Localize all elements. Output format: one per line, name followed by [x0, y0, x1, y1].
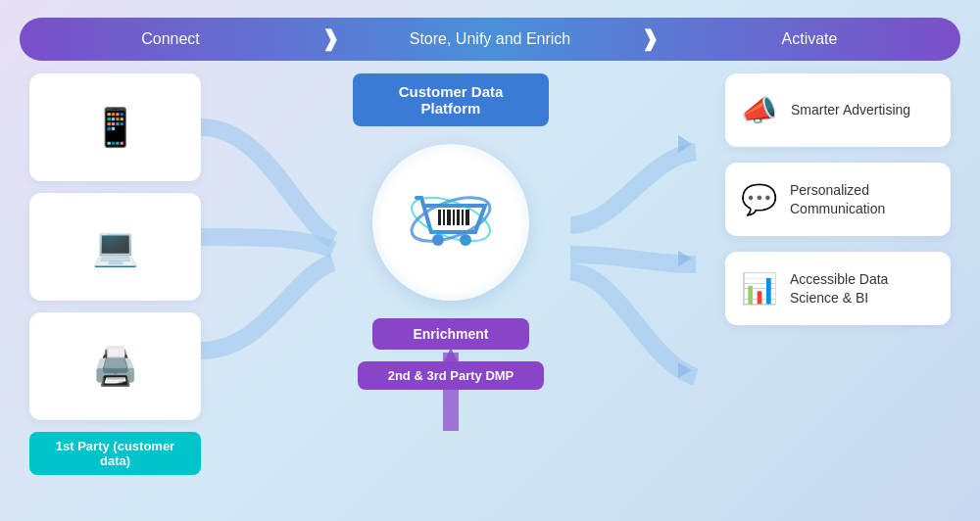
- svg-rect-12: [466, 210, 469, 225]
- pos-icon: 🖨️: [92, 345, 138, 388]
- svg-rect-11: [462, 210, 464, 225]
- smarter-advertising-label: Smarter Advertising: [791, 101, 910, 118]
- banner-store-unify: Store, Unify and Enrich: [339, 30, 641, 48]
- svg-rect-7: [443, 210, 445, 225]
- source-devices-column: 📱 💻 🖨️ 1st Party (customer data): [29, 73, 201, 475]
- banner-activate: Activate: [659, 30, 960, 48]
- laptop-source-box: 💻: [29, 193, 201, 301]
- data-science-label: Accessible Data Science & BI: [790, 270, 935, 306]
- banner-connect: Connect: [20, 30, 321, 48]
- data-science-box: 📊 Accessible Data Science & BI: [725, 252, 951, 325]
- activate-label: Activate: [782, 30, 838, 48]
- svg-rect-6: [438, 210, 441, 225]
- mobile-icon: 📱: [92, 106, 138, 149]
- first-party-label: 1st Party (customer data): [29, 432, 201, 475]
- svg-marker-3: [678, 362, 692, 378]
- personalized-communication-label: Personalized Communication: [790, 181, 935, 216]
- store-unify-label: Store, Unify and Enrich: [410, 30, 571, 48]
- data-science-icon: 📊: [741, 271, 776, 306]
- svg-rect-8: [447, 210, 451, 225]
- chevron-icon-1: ❱: [321, 26, 339, 52]
- smarter-advertising-box: 📣 Smarter Advertising: [725, 73, 951, 147]
- dmp-label-box: 2nd & 3rd Party DMP: [358, 361, 544, 390]
- top-banner: Connect ❱ Store, Unify and Enrich ❱ Acti…: [20, 18, 960, 61]
- svg-rect-9: [453, 210, 455, 225]
- enrichment-box: Enrichment: [372, 318, 529, 350]
- laptop-icon: 💻: [92, 225, 138, 268]
- activate-column: 📣 Smarter Advertising 💬 Personalized Com…: [725, 73, 951, 325]
- svg-rect-10: [457, 210, 460, 225]
- communication-icon: 💬: [741, 182, 776, 216]
- center-column: Customer Data Platform: [333, 73, 568, 390]
- pos-source-box: 🖨️: [29, 312, 201, 420]
- cart-logo-icon: [397, 168, 505, 277]
- cdp-box: Customer Data Platform: [353, 73, 549, 126]
- center-logo-circle: [372, 144, 529, 301]
- personalized-communication-box: 💬 Personalized Communication: [725, 163, 951, 236]
- advertising-icon: 📣: [741, 93, 777, 127]
- connect-label: Connect: [141, 30, 200, 48]
- svg-marker-2: [678, 251, 692, 266]
- chevron-icon-2: ❱: [641, 26, 659, 52]
- svg-marker-1: [678, 135, 692, 153]
- mobile-source-box: 📱: [29, 73, 201, 181]
